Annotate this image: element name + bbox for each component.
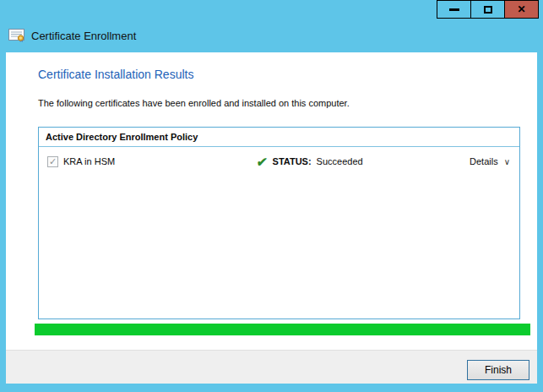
- page-title: Certificate Installation Results: [38, 68, 193, 81]
- success-check-icon: ✔: [256, 155, 269, 168]
- status-value: Succeeded: [317, 156, 363, 166]
- certificate-checkbox[interactable]: ✓: [47, 156, 58, 167]
- footer-bar: Finish: [6, 350, 537, 384]
- window-title: Certificate Enrollment: [31, 30, 136, 42]
- details-toggle[interactable]: Details ∨: [470, 156, 510, 166]
- maximize-icon: [484, 6, 492, 14]
- progress-fill: [35, 324, 530, 335]
- maximize-button[interactable]: [470, 0, 505, 19]
- checkbox-check-icon: ✓: [49, 157, 57, 166]
- close-icon: ✕: [517, 4, 525, 14]
- chevron-down-icon: ∨: [504, 157, 510, 166]
- certificate-enrollment-window: ✕ Certificate Enrollment Certificate Ins…: [0, 0, 543, 392]
- enrollment-policy-header: Active Directory Enrollment Policy: [39, 128, 519, 147]
- status-label: STATUS:: [273, 156, 312, 166]
- page-description: The following certificates have been enr…: [38, 98, 350, 108]
- close-button[interactable]: ✕: [504, 0, 539, 19]
- window-controls: ✕: [437, 0, 539, 19]
- enrollment-progress-bar: [35, 324, 530, 335]
- wizard-content: Certificate Installation Results The fol…: [6, 52, 537, 384]
- certificate-row[interactable]: ✓ KRA in HSM ✔ STATUS: Succeeded Details…: [39, 151, 519, 172]
- finish-button[interactable]: Finish: [467, 360, 529, 380]
- minimize-icon: [449, 8, 459, 11]
- certificate-icon: [8, 29, 24, 43]
- details-label: Details: [470, 156, 498, 166]
- status-group: ✔ STATUS: Succeeded: [257, 155, 363, 168]
- certificate-name: KRA in HSM: [63, 156, 257, 166]
- titlebar: Certificate Enrollment: [8, 25, 136, 46]
- enrollment-policy-list: Active Directory Enrollment Policy ✓ KRA…: [38, 127, 520, 319]
- minimize-button[interactable]: [437, 0, 471, 19]
